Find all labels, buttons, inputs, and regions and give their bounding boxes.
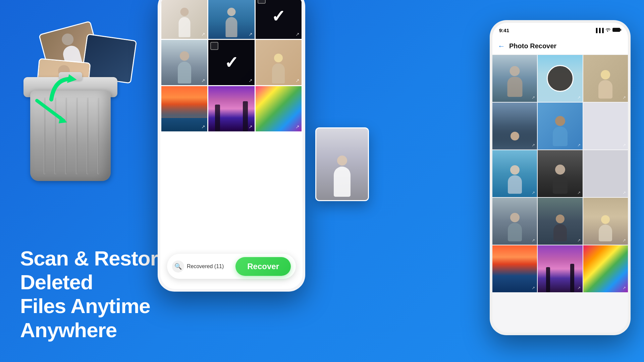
nav-bar: ← Photo Recover <box>492 38 628 55</box>
right-phone-inner: 9:41 ▐▐▐ ← Photo Recover <box>492 23 628 333</box>
status-icons: ▐▐▐ <box>594 27 621 33</box>
grid-photo-5[interactable]: ✓ ↗ <box>208 40 254 85</box>
grid-photo-2[interactable]: ↗ <box>208 0 254 39</box>
recovered-count: Recovered (11) <box>187 263 224 269</box>
center-phone-inner: ↗ ↗ ✓ ↗ <box>160 0 303 289</box>
expand-right-7: ↗ <box>532 190 535 195</box>
right-grid-photo-10[interactable]: ↗ <box>492 198 537 245</box>
headline-line2: Files Anytime Anywhere <box>20 294 188 342</box>
right-grid-photo-2[interactable]: ↗ <box>538 55 582 102</box>
expand-right-5: ↗ <box>577 143 581 147</box>
expand-icon-7: ↗ <box>201 124 205 129</box>
center-photo-grid: ↗ ↗ ✓ ↗ <box>160 0 303 132</box>
right-grid-photo-5[interactable]: ↗ <box>538 103 582 149</box>
expand-right-6: ↗ <box>623 143 626 147</box>
grid-photo-7[interactable]: ↗ <box>161 86 207 131</box>
expand-right-10: ↗ <box>532 238 535 243</box>
expand-right-3: ↗ <box>623 95 626 100</box>
expand-right-13: ↗ <box>532 286 535 290</box>
right-grid-photo-6[interactable]: ↗ <box>583 103 628 149</box>
grid-photo-3[interactable]: ✓ ↗ <box>256 0 302 39</box>
grid-photo-6[interactable]: ↗ <box>256 40 302 85</box>
check-overlay-3: ✓ <box>256 0 302 39</box>
expand-right-1: ↗ <box>532 95 535 100</box>
expand-icon-2: ↗ <box>249 32 253 37</box>
right-phone: 9:41 ▐▐▐ ← Photo Recover <box>490 20 631 335</box>
right-grid-photo-4[interactable]: ↗ <box>492 103 537 149</box>
expand-arrow-large: ↘ <box>361 192 365 197</box>
right-grid-photo-13[interactable]: ↗ <box>492 245 537 292</box>
status-bar: 9:41 ▐▐▐ <box>492 23 628 38</box>
expand-right-4: ↗ <box>532 143 535 147</box>
grid-photo-1[interactable]: ↗ <box>161 0 207 39</box>
expand-icon-3: ↗ <box>296 32 300 37</box>
right-photo-grid: ↗ ↗ ↗ <box>492 55 628 292</box>
grid-photo-9[interactable]: ↗ <box>256 86 302 131</box>
battery-icon <box>612 27 621 33</box>
expand-icon-5: ↗ <box>249 78 253 83</box>
svg-rect-3 <box>621 29 622 31</box>
expand-icon-6: ↗ <box>296 78 300 83</box>
floating-photo-large: ↘ <box>315 127 369 201</box>
expand-icon-1: ↗ <box>201 32 205 37</box>
signal-icon: ▐▐▐ <box>594 28 604 33</box>
expand-right-11: ↗ <box>577 238 581 243</box>
grid-photo-8[interactable]: ↗ <box>208 86 254 131</box>
status-time: 9:41 <box>499 27 509 33</box>
right-grid-photo-1[interactable]: ↗ <box>492 55 537 102</box>
expand-right-8: ↗ <box>577 190 581 195</box>
back-button[interactable]: ← <box>498 42 505 51</box>
phone-bottom-bar: 🔍 Recovered (11) Recover <box>167 254 296 279</box>
right-grid-photo-9[interactable]: ↗ <box>583 150 628 197</box>
expand-icon-8: ↗ <box>249 124 253 129</box>
check-mark-3: ✓ <box>271 7 285 26</box>
right-grid-photo-8[interactable]: ↗ <box>538 150 582 197</box>
expand-right-9: ↗ <box>623 190 626 195</box>
check-mark-5: ✓ <box>224 53 238 72</box>
check-overlay-5: ✓ <box>208 40 254 85</box>
nav-title: Photo Recover <box>509 42 556 50</box>
expand-right-2: ↗ <box>577 95 581 100</box>
right-grid-photo-12[interactable]: ↗ <box>583 198 628 245</box>
center-phone: ↗ ↗ ✓ ↗ <box>158 0 305 292</box>
recovered-label: 🔍 Recovered (11) <box>172 260 232 273</box>
right-grid-photo-14[interactable]: ↗ <box>538 245 582 292</box>
expand-right-14: ↗ <box>577 286 581 290</box>
grid-photo-4[interactable]: ↗ <box>161 40 207 85</box>
recover-button[interactable]: Recover <box>235 257 291 276</box>
right-grid-photo-11[interactable]: ↗ <box>538 198 582 245</box>
svg-rect-2 <box>612 28 620 32</box>
search-icon: 🔍 <box>172 260 184 273</box>
right-grid-photo-3[interactable]: ↗ <box>583 55 628 102</box>
expand-right-15: ↗ <box>623 286 626 290</box>
right-grid-photo-7[interactable]: ↗ <box>492 150 537 197</box>
expand-right-12: ↗ <box>623 238 626 243</box>
expand-icon-9: ↗ <box>296 124 300 129</box>
expand-icon-4: ↗ <box>201 78 205 83</box>
wifi-icon <box>605 28 611 33</box>
trash-area <box>10 20 151 188</box>
right-grid-photo-15[interactable]: ↗ <box>583 245 628 292</box>
